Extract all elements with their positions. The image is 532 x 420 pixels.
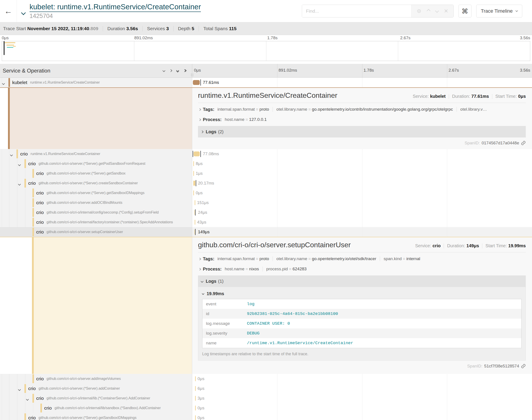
span-duration-bar[interactable] [194,229,195,234]
span-row[interactable]: criogithub.com/cri-o/cri-o/server.(*Serv… [0,159,532,168]
service-color-bar [40,404,42,412]
span-row-labels: criogithub.com/cri-o/cri-o/server.addOCI… [36,198,122,208]
span-duration-bar[interactable] [195,376,196,381]
span-row[interactable]: kubeletruntime.v1.RuntimeService/CreateC… [0,78,532,87]
span-row[interactable]: criogithub.com/cri-o/cri-o/server.setupC… [0,227,532,237]
span-row[interactable]: criogithub.com/cri-o/cri-o/internal/fact… [0,217,532,227]
deep-link-icon[interactable] [521,141,526,146]
span-duration-bar[interactable] [193,171,194,176]
span-duration-bar[interactable] [193,80,200,85]
view-dropdown[interactable]: Trace Timeline [476,5,522,17]
logs-toggle[interactable]: Logs (1) [198,275,526,287]
operation-name: github.com/cri-o/cri-o/server.(*Server).… [39,162,145,166]
expand-one-button[interactable] [170,70,172,72]
log-marker-tick [193,151,193,157]
tree-guide-line [17,413,17,420]
operation-name: github.com/cri-o/cri-o/server.addImageVo… [47,377,121,381]
span-duration-bar[interactable] [193,191,194,195]
span-duration-bar[interactable] [195,220,195,225]
spanid-row: SpanID: 0174567d17a0448e [198,137,526,149]
span-row[interactable]: criogithub.com/cri-o/cri-o/server.(*Serv… [0,384,532,393]
span-row-timeline: 151μs [192,198,532,208]
span-expand-toggle[interactable] [10,153,13,157]
chevron-right-icon [198,268,201,270]
tag-key: otel.library.v… [460,107,487,112]
span-row[interactable]: criogithub.com/cri-o/cri-o/server.addOCI… [0,198,532,208]
process-row[interactable]: Process: host.name=127.0.0.1 [198,114,526,125]
span-row[interactable]: criogithub.com/cri-o/cri-o/server.addIma… [0,374,532,384]
span-expand-toggle[interactable] [18,387,20,391]
log-entry-toggle[interactable]: 19.99ms [202,288,522,299]
span-expand-toggle[interactable] [18,163,20,166]
summary-value: 3.56s [126,26,138,31]
find-next-button[interactable] [436,9,438,13]
span-expand-toggle[interactable] [26,397,28,401]
deep-link-icon[interactable] [521,364,526,369]
log-marker-tick [200,151,201,157]
span-row-left: criogithub.com/cri-o/cri-o/internal/fact… [0,217,192,227]
span-duration-label: 0μs [198,405,204,410]
tree-guide-line [2,227,2,237]
minimap-gridline [134,41,134,61]
span-duration-bar[interactable] [194,210,195,215]
service-color-bar [32,208,34,217]
span-row[interactable]: criogithub.com/cri-o/cri-o/internal/conf… [0,208,532,217]
service-name: crio [28,180,36,186]
column-resizer-handle[interactable] [191,73,193,76]
tags-row[interactable]: Tags: internal.span.format=protootel.lib… [198,104,526,114]
tree-guide-line [25,374,25,384]
span-row[interactable]: criogithub.com/cri-o/cri-o/server.(*Serv… [0,168,532,178]
service-color-bar [32,227,34,236]
summary-label: Depth [178,26,192,31]
span-duration-bar[interactable] [195,415,196,420]
collapse-all-button[interactable] [177,69,179,72]
tree-guide-line [9,159,9,168]
tag-value: nixos [249,267,259,271]
minimap-canvas[interactable] [2,41,530,61]
span-row[interactable]: criogithub.com/cri-o/cri-o/server.(*Serv… [0,178,532,188]
span-duration-bar[interactable] [194,151,200,156]
tree-guide-line [17,374,17,384]
summary-label: Duration [108,26,126,31]
span-row[interactable]: criogithub.com/cri-o/cri-o/internal/lib/… [0,403,532,413]
expand-all-button[interactable] [184,70,186,72]
span-row[interactable]: criogithub.com/cri-o/cri-o/internal/lib.… [0,393,532,403]
tags-row[interactable]: Tags: internal.span.format=protootel.lib… [198,254,526,264]
trace-summary-bar: Trace Start November 15 2022, 11:19:40.8… [0,22,532,35]
span-row[interactable]: criogithub.com/cri-o/cri-o/server.(*Serv… [0,188,532,198]
find-input[interactable] [302,5,411,17]
span-row-timeline: 3μs [192,393,532,403]
process-row[interactable]: Process: host.name=nixosprocess.pid=6242… [198,264,526,274]
trace-title-link[interactable]: kubelet: runtime.v1.RuntimeService/Creat… [30,3,201,12]
back-button[interactable]: ← [0,0,17,22]
tree-guide-line [9,168,9,178]
find-prev-button[interactable] [427,9,430,13]
tree-guide-line [25,168,25,178]
span-duration-label: 6μs [198,386,204,391]
span-duration-bar[interactable] [195,396,196,401]
chevron-up-icon [427,9,431,13]
span-duration-bar[interactable] [193,181,195,186]
service-color-bar [32,169,34,178]
span-duration-bar[interactable] [195,386,196,391]
timeline-gridline [362,413,362,420]
span-expand-toggle[interactable] [18,182,20,186]
span-row[interactable]: crioruntime.v1.RuntimeService/CreateCont… [0,149,532,159]
minimap-drag-handle[interactable] [3,41,5,55]
find-clear-button[interactable]: ✕ [444,8,448,14]
span-row-timeline: 8μs [192,159,532,168]
span-duration-bar[interactable] [193,161,194,166]
collapse-one-button[interactable] [163,70,165,72]
trace-collapse-toggle[interactable] [22,11,25,15]
service-name: crio [36,190,44,195]
logs-toggle[interactable]: Logs (2) [198,126,526,137]
span-duration-bar[interactable] [195,405,196,410]
locate-icon[interactable] [416,8,422,14]
span-row[interactable]: criogithub.com/cri-o/cri-o/server.(*Serv… [0,413,532,420]
span-duration-bar[interactable] [195,200,195,205]
operation-name: github.com/cri-o/cri-o/server.addOCIBind… [47,201,122,205]
span-expand-toggle[interactable] [2,81,4,85]
keyboard-shortcuts-button[interactable]: ⌘ [458,5,471,17]
tree-guide-line [2,403,2,413]
span-row-left: criogithub.com/cri-o/cri-o/server.(*Serv… [0,384,192,393]
